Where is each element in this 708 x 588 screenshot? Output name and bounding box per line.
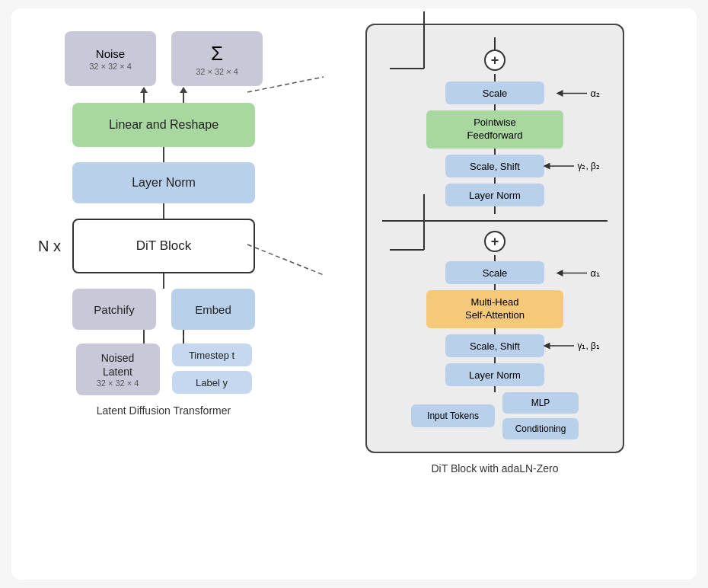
rc9 xyxy=(494,357,496,363)
add-circle-mid: + xyxy=(484,231,505,252)
right-diagram: + Scale α₂ xyxy=(316,24,674,475)
mid-branch-svg xyxy=(386,194,432,254)
gamma2-group: γ₂, β₂ xyxy=(544,161,600,171)
rc1 xyxy=(494,74,496,81)
patchify-connector xyxy=(143,330,145,344)
bottom-connectors xyxy=(143,330,184,344)
noise-label: Noise xyxy=(96,47,125,60)
alpha2-label: α₂ xyxy=(590,88,600,99)
layer-norm-top-label: Layer Norm xyxy=(469,190,521,201)
layer-norm-bot-label: Layer Norm xyxy=(469,369,521,381)
layer-norm-box: Layer Norm xyxy=(72,162,255,203)
rc4 xyxy=(494,177,496,184)
layer-norm-top-box: Layer Norm xyxy=(445,184,544,206)
connector-3 xyxy=(163,273,164,289)
noised-latent-box: Noised Latent 32 × 32 × 4 xyxy=(76,344,160,395)
noise-dim: 32 × 32 × 4 xyxy=(89,62,132,71)
bottom-inputs-row: Noised Latent 32 × 32 × 4 Timestep t Lab… xyxy=(76,344,252,395)
linear-reshape-label: Linear and Reshape xyxy=(109,118,218,132)
embed-connectors xyxy=(183,330,184,344)
top-branch-svg xyxy=(386,11,432,72)
rc10 xyxy=(494,386,496,392)
scale-shift-bot-box: Scale, Shift xyxy=(445,334,544,357)
scale-mid-box: Scale xyxy=(445,261,544,284)
arrow-to-noise xyxy=(143,88,145,103)
connector-2 xyxy=(163,203,164,219)
input-tokens-label: Input Tokens xyxy=(427,411,479,421)
dit-block-container: + Scale α₂ xyxy=(365,24,624,453)
rc8 xyxy=(494,328,496,334)
sigma-label: Σ xyxy=(211,42,223,66)
main-container: Noise 32 × 32 × 4 Σ 32 × 32 × 4 Linear a… xyxy=(11,8,697,580)
top-in-arrow xyxy=(494,37,496,50)
noise-box: Noise 32 × 32 × 4 xyxy=(65,31,156,86)
gamma1-label: γ₁, β₁ xyxy=(577,340,600,351)
arrow-to-sigma xyxy=(183,88,184,103)
timestep-label: Timestep t xyxy=(189,350,234,361)
rc5 xyxy=(494,206,496,214)
patchify-embed-row: Patchify Embed xyxy=(72,289,255,330)
pointwise-label: Pointwise Feedforward xyxy=(467,117,523,142)
alpha1-arrow-svg xyxy=(557,267,587,278)
layer-norm-bot-box: Layer Norm xyxy=(445,363,544,386)
left-flow: Noise 32 × 32 × 4 Σ 32 × 32 × 4 Linear a… xyxy=(34,31,293,395)
left-caption: Latent Diffusion Transformer xyxy=(97,404,231,417)
add-circle-top: + xyxy=(484,50,505,71)
scale-shift-bot-row: Scale, Shift γ₁, β₁ xyxy=(382,334,608,357)
pointwise-box: Pointwise Feedforward xyxy=(426,110,563,149)
mlp-box: MLP xyxy=(502,392,579,414)
scale-shift-top-label: Scale, Shift xyxy=(470,161,520,172)
layer-norm-label: Layer Norm xyxy=(132,176,196,190)
ec1 xyxy=(183,330,184,335)
nx-label: N x xyxy=(38,238,61,255)
rc2 xyxy=(494,104,496,110)
embed-box: Embed xyxy=(171,289,255,330)
scale-shift-top-row: Scale, Shift γ₂, β₂ xyxy=(382,155,608,177)
gamma1-arrow-svg xyxy=(544,340,574,351)
scale-mid-row: Scale α₁ xyxy=(382,261,608,284)
scale-shift-top-box: Scale, Shift xyxy=(445,155,544,177)
timestep-box: Timestep t xyxy=(172,344,252,366)
multihead-label: Multi-Head Self-Attention xyxy=(465,296,525,322)
sigma-box: Σ 32 × 32 × 4 xyxy=(171,31,263,86)
top-outputs-row: Noise 32 × 32 × 4 Σ 32 × 32 × 4 xyxy=(65,31,263,86)
dit-block-wrapper: N x DiT Block xyxy=(72,219,255,273)
dit-block-box: DiT Block xyxy=(72,219,255,273)
plus-mid: + xyxy=(491,234,499,250)
scale-top-label: Scale xyxy=(483,88,508,99)
input-tokens-box: Input Tokens xyxy=(411,404,495,427)
dit-block-label: DiT Block xyxy=(136,238,191,254)
ec2 xyxy=(183,338,184,344)
noised-latent-label: Noised Latent xyxy=(101,351,135,379)
alpha1-group: α₁ xyxy=(557,267,600,279)
gamma2-arrow-svg xyxy=(544,161,574,171)
mlp-label: MLP xyxy=(531,398,550,408)
alpha2-group: α₂ xyxy=(557,88,600,99)
mlp-conditioning-col: MLP Conditioning xyxy=(502,392,579,439)
label-y-label: Label y xyxy=(196,377,228,388)
scale-shift-bot-label: Scale, Shift xyxy=(470,340,520,352)
noised-dim: 32 × 32 × 4 xyxy=(97,379,139,388)
rc7 xyxy=(494,284,496,290)
up-arrows xyxy=(143,88,184,103)
left-diagram: Noise 32 × 32 × 4 Σ 32 × 32 × 4 Linear a… xyxy=(34,24,293,417)
alpha1-label: α₁ xyxy=(590,267,600,279)
plus-top: + xyxy=(491,53,499,69)
linear-reshape-box: Linear and Reshape xyxy=(72,103,255,147)
timestep-label-col: Timestep t Label y xyxy=(172,344,252,394)
scale-mid-label: Scale xyxy=(483,267,508,279)
connector-1 xyxy=(163,147,164,162)
conditioning-label: Conditioning xyxy=(515,423,566,434)
bottom-side-row: Input Tokens MLP Conditioning xyxy=(382,392,608,439)
label-y-box: Label y xyxy=(172,371,252,394)
gamma1-group: γ₁, β₁ xyxy=(544,340,600,351)
alpha2-arrow-svg xyxy=(557,88,587,98)
sigma-dim: 32 × 32 × 4 xyxy=(196,67,238,76)
patchify-label: Patchify xyxy=(94,303,134,316)
scale-top-box: Scale xyxy=(445,81,544,104)
conditioning-box: Conditioning xyxy=(502,418,579,439)
top-add-row: + xyxy=(382,50,608,71)
patchify-box: Patchify xyxy=(72,289,156,330)
gamma2-label: γ₂, β₂ xyxy=(577,161,600,171)
mid-add-row: + xyxy=(382,231,608,252)
